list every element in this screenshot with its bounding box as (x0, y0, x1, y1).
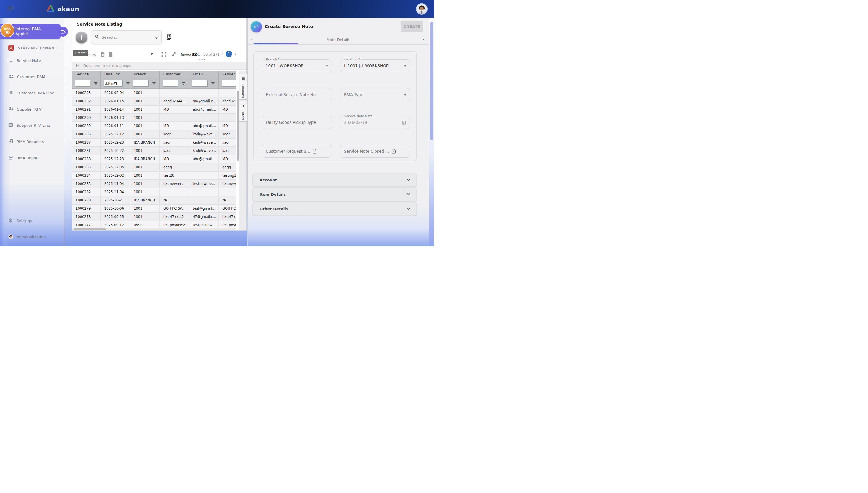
row-group-dropzone[interactable]: Drag here to set row groups (72, 62, 246, 70)
filter-cell-branch (130, 79, 160, 88)
cell-date-txn: 2025-10-22 (101, 147, 130, 154)
table-row[interactable]: 10002882025-12-23IDA BRANCHMDabc@gmail..… (72, 155, 236, 163)
calendar-icon[interactable] (391, 149, 396, 154)
tenant-icon (8, 45, 14, 51)
prev-page-icon[interactable]: ‹ (221, 51, 223, 57)
table-row[interactable]: 10002802025-10-21IDA BRANCHrara (72, 196, 236, 205)
duplicate-page-icon[interactable]: 2 (166, 34, 171, 42)
grid-horizontal-scrollbar[interactable] (72, 228, 236, 230)
sidebar-item-customer-rma-line[interactable]: Customer RMA Line (0, 85, 64, 101)
location-field[interactable]: Location * L-1001 | L-WORKSHOP ▼ (340, 59, 410, 72)
hamburger-menu-icon[interactable] (7, 6, 14, 13)
sidebar-item-rma-requests[interactable]: RMA Requests (0, 133, 64, 150)
filter-input[interactable] (222, 80, 236, 87)
sidebar-item-supplier-rtv[interactable]: Supplier RTV (0, 101, 64, 117)
cell-sender: MD (219, 155, 236, 163)
tab-main-details[interactable]: Main Details (248, 38, 429, 42)
table-row[interactable]: 10002902026-01-131001 (72, 114, 236, 122)
sidebar-item-service-note[interactable]: Service Note (0, 52, 64, 69)
create-button[interactable]: CREATE (401, 21, 423, 33)
service-note-closed-date-field[interactable]: Service Note Closed ... (340, 145, 410, 158)
funnel-icon[interactable] (152, 82, 156, 86)
cell-customer: MD (160, 122, 189, 130)
template-select[interactable]: ▼ (119, 50, 154, 58)
filter-input[interactable] (163, 80, 178, 87)
tab-columns[interactable]: Columns (239, 74, 246, 100)
column-header-customer[interactable]: Customer (160, 71, 189, 78)
branch-field[interactable]: Branch * 1001 | WORKSHOP ▼ (262, 59, 332, 72)
column-header-email[interactable]: Email (189, 71, 219, 78)
column-header-sender[interactable]: Sender ... (219, 71, 236, 78)
cell-customer: GOH PC SA... (160, 205, 189, 212)
back-button[interactable]: ↩ (251, 21, 262, 33)
table-row[interactable]: 10002792025-10-061001GOH PC SA...test@gm… (72, 205, 236, 213)
sidebar-item-personalization[interactable]: Personalization (0, 233, 64, 241)
tab-scroll-right-icon[interactable]: › (423, 37, 424, 42)
table-row[interactable]: 10002812025-10-221001kadrkadr@wave...kad… (72, 147, 236, 155)
table-row[interactable]: 10002932026-02-041001 (72, 89, 236, 97)
document-lines-icon[interactable] (100, 51, 105, 59)
grid-density-icon[interactable] (161, 52, 166, 57)
rows-value[interactable]: 50 (192, 52, 198, 57)
document-plain-icon[interactable] (109, 51, 113, 59)
column-header-branch[interactable]: Branch (130, 71, 160, 78)
applet-banner[interactable]: RMA Internal RMA Applet (0, 24, 61, 39)
table-row[interactable]: 10002912026-01-141001MDabc@gmail....MD (72, 106, 236, 114)
tab-filters[interactable]: Filters (239, 101, 246, 122)
filter-input[interactable] (192, 80, 207, 87)
accordion-account[interactable]: Account (253, 173, 417, 187)
page-scrollbar-track[interactable] (429, 18, 434, 246)
customer-request-date-field[interactable]: Customer Request S... (262, 145, 332, 158)
table-row[interactable]: 10002772025-09-1205SStestposnew2testposn… (72, 221, 236, 228)
funnel-icon[interactable] (211, 82, 215, 86)
rma-type-field[interactable]: RMA Type ▼ (340, 88, 410, 101)
table-row[interactable]: 10002852025-12-051001gggggggg (72, 163, 236, 172)
calendar-icon[interactable] (113, 82, 117, 85)
search-input[interactable] (102, 35, 152, 40)
table-row[interactable]: 10002922026-01-151001abcd32344...na@gmai… (72, 97, 236, 106)
filter-input[interactable] (75, 80, 90, 87)
table-row[interactable]: 10002842025-12-021001test26testing1... (72, 172, 236, 180)
table-row[interactable]: 10002822025-11-041001 (72, 188, 236, 196)
funnel-icon (240, 104, 246, 108)
table-row[interactable]: 10002782025-09-251001test47 edit247@gmai… (72, 213, 236, 221)
sidebar-collapse-button[interactable] (58, 27, 68, 37)
column-header-date-txn[interactable]: Date Txn (101, 71, 130, 78)
calendar-icon[interactable] (312, 149, 317, 154)
table-row[interactable]: 10002872025-12-23IDA BRANCHkadrkadr@wave… (72, 138, 236, 147)
column-header-service[interactable]: Service ... (72, 71, 101, 78)
sidebar-item-tenant[interactable]: STAGING_TENANT (0, 44, 64, 52)
expand-icon[interactable] (171, 51, 176, 58)
table-row[interactable]: 10002832025-11-041001testnewme...testnew… (72, 180, 236, 188)
date-filter-input[interactable]: dd/m (104, 80, 123, 87)
page-scrollbar-thumb[interactable] (430, 22, 433, 140)
service-note-date-field[interactable]: Service Note Date 2026-02-19 (340, 116, 410, 129)
sidebar-item-supplier-rtv-line[interactable]: Supplier RTV Line (0, 117, 64, 133)
funnel-icon[interactable] (182, 82, 185, 86)
add-record-button[interactable]: + (76, 31, 87, 43)
settings-label: Settings (16, 218, 32, 223)
sidebar-item-settings[interactable]: ⚙ Settings (0, 216, 64, 225)
sidebar-item-rma-report[interactable]: RMA Report (0, 150, 64, 166)
cell-service: 1000285 (72, 163, 101, 171)
filter-list-icon[interactable] (154, 35, 159, 40)
faulty-goods-pickup-field[interactable]: Faulty Goods Pickup Type (262, 116, 332, 129)
grid-vertical-scrollbar[interactable] (237, 90, 239, 161)
accordion-item-details[interactable]: Item Details (253, 188, 417, 201)
external-service-note-field[interactable]: External Service Note No. (262, 88, 332, 101)
funnel-icon[interactable] (94, 82, 98, 86)
filter-input[interactable] (133, 80, 148, 87)
current-page-badge[interactable]: 1 (226, 51, 232, 57)
search-box (91, 30, 162, 44)
sidebar-item-customer-rma[interactable]: Customer RMA (0, 69, 64, 85)
cell-sender (219, 89, 236, 97)
calendar-icon[interactable] (402, 120, 406, 125)
table-row[interactable]: 10002862025-12-121001kadrkadr@wave...kad… (72, 130, 236, 138)
arrowbox-icon (8, 139, 13, 145)
accordion-other-details[interactable]: Other Details (253, 202, 417, 216)
chevron-down-icon: ▼ (326, 64, 328, 67)
funnel-icon[interactable] (126, 82, 130, 86)
table-row[interactable]: 10002892026-01-111001MDabc@gmail....MD (72, 122, 236, 130)
next-page-icon[interactable]: › (235, 51, 236, 57)
user-avatar[interactable] (416, 3, 427, 15)
